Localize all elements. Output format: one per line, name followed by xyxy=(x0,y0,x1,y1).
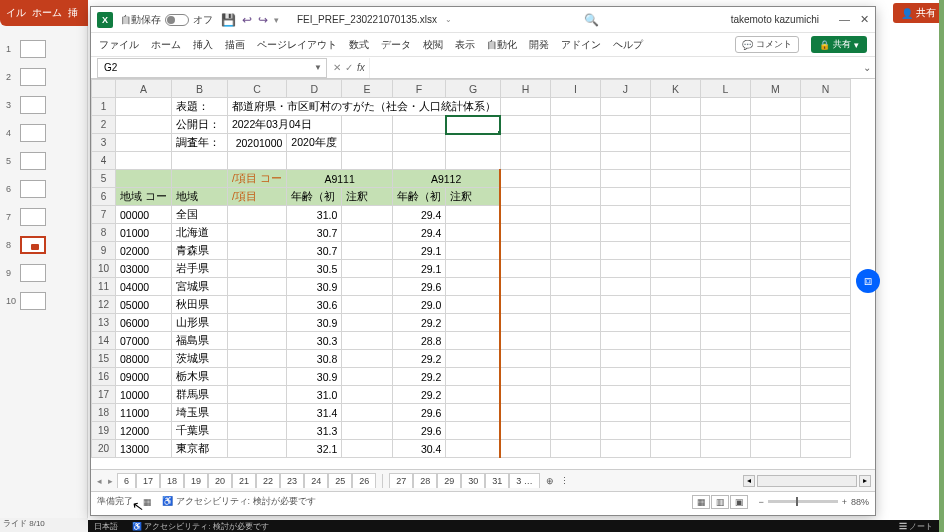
qat-dropdown-icon[interactable]: ▾ xyxy=(274,15,279,25)
zoom-control[interactable]: − + 88% xyxy=(758,497,869,507)
col-header[interactable]: I xyxy=(550,80,600,98)
sheet-tab[interactable]: 22 xyxy=(256,473,280,488)
sheet-tab[interactable]: 28 xyxy=(413,473,437,488)
sheet-tab[interactable]: 20 xyxy=(208,473,232,488)
table-row[interactable]: 1306000山形県30.929.2 xyxy=(92,314,851,332)
display-settings-icon[interactable]: ▦ xyxy=(143,497,152,507)
name-box[interactable]: G2 ▼ xyxy=(97,58,327,78)
row-header[interactable]: 4 xyxy=(92,152,116,170)
share-button[interactable]: 🔒 共有 ▾ xyxy=(811,36,867,53)
row-header[interactable]: 7 xyxy=(92,206,116,224)
sheet-tab[interactable]: 31 xyxy=(485,473,509,488)
sheet-tab[interactable]: 27 xyxy=(389,473,413,488)
row-header[interactable]: 19 xyxy=(92,422,116,440)
sheet-tab[interactable]: 29 xyxy=(437,473,461,488)
filename-dropdown-icon[interactable]: ⌄ xyxy=(445,15,452,24)
undo-icon[interactable]: ↩ xyxy=(242,13,252,27)
col-header[interactable]: A xyxy=(116,80,172,98)
menu-file[interactable]: ファイル xyxy=(99,38,139,52)
slide-thumb[interactable]: 3 xyxy=(6,96,82,114)
slide-thumb[interactable]: 10 xyxy=(6,292,82,310)
close-icon[interactable]: ✕ xyxy=(860,13,869,26)
table-row[interactable]: 2013000東京都32.130.4 xyxy=(92,440,851,458)
add-sheet-button[interactable]: ⊕ xyxy=(542,476,558,486)
table-row[interactable]: 1205000秋田県30.629.0 xyxy=(92,296,851,314)
zoom-slider[interactable] xyxy=(768,500,838,503)
row-header[interactable]: 9 xyxy=(92,242,116,260)
sheet-tab[interactable]: 21 xyxy=(232,473,256,488)
slide-thumb[interactable]: 7 xyxy=(6,208,82,226)
menu-view[interactable]: 表示 xyxy=(455,38,475,52)
row-header[interactable]: 3 xyxy=(92,134,116,152)
menu-insert[interactable]: 挿入 xyxy=(193,38,213,52)
sheet-tab[interactable]: 17 xyxy=(136,473,160,488)
sheet-nav-next[interactable]: ▸ xyxy=(106,476,115,486)
row-header[interactable]: 6 xyxy=(92,188,116,206)
row-header[interactable]: 11 xyxy=(92,278,116,296)
table-row[interactable]: 1508000茨城県30.829.2 xyxy=(92,350,851,368)
sheet-tab[interactable]: 18 xyxy=(160,473,184,488)
row-header[interactable]: 16 xyxy=(92,368,116,386)
view-layout-icon[interactable]: ▥ xyxy=(711,495,729,509)
menu-review[interactable]: 校閲 xyxy=(423,38,443,52)
hscroll-track[interactable] xyxy=(757,475,857,487)
sheet-nav-prev[interactable]: ◂ xyxy=(95,476,104,486)
fx-icon[interactable]: fx xyxy=(357,62,365,73)
sheet-tab[interactable]: 19 xyxy=(184,473,208,488)
sheet-tab[interactable]: 30 xyxy=(461,473,485,488)
menu-draw[interactable]: 描画 xyxy=(225,38,245,52)
col-header[interactable]: G xyxy=(446,80,501,98)
sheet-tab[interactable]: 25 xyxy=(328,473,352,488)
outer-notes[interactable]: ☰ ノート xyxy=(899,521,933,532)
menu-home[interactable]: ホーム xyxy=(151,38,181,52)
share-pill[interactable]: 👤 共有 xyxy=(893,3,944,23)
slide-thumb[interactable]: 5 xyxy=(6,152,82,170)
zoom-percent[interactable]: 88% xyxy=(851,497,869,507)
formula-bar[interactable] xyxy=(369,58,859,78)
sheet-tab[interactable]: 26 xyxy=(352,473,376,488)
slide-thumb[interactable]: 6 xyxy=(6,180,82,198)
status-accessibility[interactable]: ♿ アクセシビリティ: 検討が必要です xyxy=(162,495,316,508)
formula-expand-icon[interactable]: ⌄ xyxy=(859,62,875,73)
row-header[interactable]: 5 xyxy=(92,170,116,188)
ppt-tab[interactable]: ホーム xyxy=(32,6,62,20)
zoom-out-icon[interactable]: − xyxy=(758,497,763,507)
active-cell[interactable] xyxy=(446,116,501,134)
table-row[interactable]: 801000北海道30.729.4 xyxy=(92,224,851,242)
slide-thumb[interactable]: 1 xyxy=(6,40,82,58)
table-row[interactable]: 1003000岩手県30.529.1 xyxy=(92,260,851,278)
row-header[interactable]: 1 xyxy=(92,98,116,116)
sheet-tab[interactable]: 3 … xyxy=(509,473,540,488)
menu-formulas[interactable]: 数式 xyxy=(349,38,369,52)
menu-automate[interactable]: 自動化 xyxy=(487,38,517,52)
col-header[interactable]: J xyxy=(600,80,650,98)
col-header[interactable]: M xyxy=(750,80,800,98)
col-header[interactable]: L xyxy=(700,80,750,98)
view-pagebreak-icon[interactable]: ▣ xyxy=(730,495,748,509)
minimize-icon[interactable]: — xyxy=(839,13,850,26)
row-header[interactable]: 14 xyxy=(92,332,116,350)
enter-icon[interactable]: ✓ xyxy=(345,62,353,73)
spreadsheet-grid[interactable]: ABCDEFGHIJKLMN1表題：都道府県・市区町村のすがた（社会・人口統計体… xyxy=(91,79,875,469)
cancel-icon[interactable]: ✕ xyxy=(333,62,341,73)
slide-thumb[interactable]: 8 xyxy=(6,236,82,254)
dropbox-icon[interactable]: ⧈ xyxy=(856,269,880,293)
menu-data[interactable]: データ xyxy=(381,38,411,52)
sheet-more[interactable]: ⋮ xyxy=(560,476,569,486)
row-header[interactable]: 18 xyxy=(92,404,116,422)
autosave-toggle[interactable] xyxy=(165,14,189,26)
table-row[interactable]: 1811000埼玉県31.429.6 xyxy=(92,404,851,422)
sheet-tab[interactable]: 24 xyxy=(304,473,328,488)
col-header[interactable]: K xyxy=(650,80,700,98)
search-icon[interactable]: 🔍 xyxy=(584,13,599,27)
row-header[interactable]: 17 xyxy=(92,386,116,404)
row-header[interactable]: 10 xyxy=(92,260,116,278)
col-header[interactable]: F xyxy=(392,80,446,98)
col-header[interactable]: E xyxy=(342,80,393,98)
comment-button[interactable]: 💬 コメント xyxy=(735,36,799,53)
table-row[interactable]: 902000青森県30.729.1 xyxy=(92,242,851,260)
col-header[interactable]: D xyxy=(287,80,342,98)
menu-addin[interactable]: アドイン xyxy=(561,38,601,52)
slide-thumb[interactable]: 2 xyxy=(6,68,82,86)
table-row[interactable]: 1104000宮城県30.929.6 xyxy=(92,278,851,296)
